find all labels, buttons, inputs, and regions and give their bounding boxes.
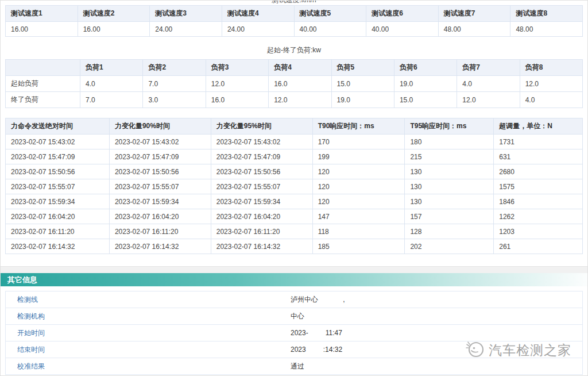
speed-table-title-text: 测试速度:km/h <box>272 1 316 4</box>
column-header: 测试速度2 <box>78 6 150 22</box>
cell: 7.0 <box>80 92 143 108</box>
info-value: 通过 <box>291 362 304 371</box>
cell: 16.0 <box>269 76 331 92</box>
cell: 4.0 <box>457 76 520 92</box>
cell: 19.0 <box>394 76 457 92</box>
cell: 215 <box>405 149 494 164</box>
info-label: 开始时间 <box>6 328 291 338</box>
cell: 2023-02-07 15:50:56 <box>109 164 211 179</box>
cell: 202 <box>405 239 494 254</box>
cell: 170 <box>312 135 405 149</box>
cell: 2023-02-07 15:59:34 <box>211 194 312 209</box>
column-header: 负荷2 <box>143 60 206 76</box>
cell: 180 <box>405 135 494 149</box>
cell: 147 <box>312 209 405 224</box>
cell: 2023-02-07 16:11:20 <box>109 224 211 239</box>
cell: 2023-02-07 15:47:09 <box>6 149 110 164</box>
cell: 2023-02-07 15:43:02 <box>6 135 110 149</box>
column-header: 负荷7 <box>457 60 520 76</box>
cell: 2023-02-07 16:14:32 <box>6 239 110 254</box>
cell: 2023-02-07 15:50:56 <box>211 164 312 179</box>
corner-cell <box>6 60 80 76</box>
column-header: 测试速度3 <box>150 6 222 22</box>
cell: 7.0 <box>143 76 206 92</box>
column-header: 测试速度4 <box>222 6 294 22</box>
cell: 16.00 <box>6 22 78 37</box>
cell: 1846 <box>494 194 583 209</box>
column-header: 负荷1 <box>80 60 143 76</box>
cell: 1262 <box>494 209 583 224</box>
cell: 2023-02-07 15:55:07 <box>109 179 211 194</box>
cell: 1203 <box>494 224 583 239</box>
info-value: 泸州中心 , <box>291 295 345 305</box>
response-time-table: 力命令发送绝对时间 力变化量90%时间 力变化量95%时间 T90响应时间：ms… <box>5 118 583 254</box>
cell: 2023-02-07 15:43:02 <box>109 135 211 149</box>
cell: 1575 <box>494 179 583 194</box>
cell: 120 <box>312 194 405 209</box>
table-row: 16.00 16.00 24.00 24.00 40.00 40.00 48.0… <box>6 22 583 37</box>
cell: 12.0 <box>457 92 520 108</box>
column-header: 力变化量90%时间 <box>109 118 211 135</box>
column-header: 测试速度1 <box>6 6 78 22</box>
column-header: 力变化量95%时间 <box>211 118 312 135</box>
table-row: 2023-02-07 15:47:09 2023-02-07 15:47:09 … <box>6 149 583 164</box>
column-header: 测试速度6 <box>366 6 439 22</box>
cell: 130 <box>405 194 494 209</box>
watermark: 汽车检测之家 <box>464 339 571 362</box>
cell: 2023-02-07 16:11:20 <box>6 224 110 239</box>
cell: 19.0 <box>331 92 394 108</box>
cell: 199 <box>312 149 405 164</box>
table-row: 起始负荷 4.0 7.0 12.0 16.0 15.0 19.0 4.0 12.… <box>6 76 583 92</box>
cell: 2023-02-07 16:04:20 <box>211 209 312 224</box>
table-header-row: 负荷1 负荷2 负荷3 负荷4 负荷5 负荷6 负荷7 负荷8 <box>6 60 583 76</box>
cell: 16.0 <box>206 92 268 108</box>
chick-logo-icon <box>464 339 485 362</box>
cell: 2023-02-07 16:04:20 <box>109 209 211 224</box>
cell: 15.0 <box>331 76 394 92</box>
cell: 2023-02-07 15:59:34 <box>6 194 110 209</box>
cell: 2023-02-07 16:11:20 <box>211 224 312 239</box>
cell: 2023-02-07 16:04:20 <box>6 209 110 224</box>
cell: 24.00 <box>150 22 222 37</box>
info-value: 中心 <box>291 312 304 321</box>
cell: 2023-02-07 15:55:07 <box>211 179 312 194</box>
table-row: 2023-02-07 16:11:20 2023-02-07 16:11:20 … <box>6 224 583 239</box>
cell: 2023-02-07 15:50:56 <box>6 164 110 179</box>
section-separator <box>1 266 587 273</box>
table-row: 2023-02-07 15:59:34 2023-02-07 15:59:34 … <box>6 194 583 209</box>
info-value: 2023 :14:32 <box>291 346 342 354</box>
load-table: 负荷1 负荷2 负荷3 负荷4 负荷5 负荷6 负荷7 负荷8 起始负荷 4.0… <box>5 59 583 108</box>
column-header: 负荷5 <box>331 60 394 76</box>
table-row: 2023-02-07 16:04:20 2023-02-07 16:04:20 … <box>6 209 583 224</box>
cell: 2023-02-07 16:14:32 <box>109 239 211 254</box>
table-row: 2023-02-07 15:55:07 2023-02-07 15:55:07 … <box>6 179 583 194</box>
cell: 1731 <box>494 135 583 149</box>
table-row: 终了负荷 7.0 3.0 16.0 12.0 19.0 15.0 12.0 4.… <box>6 92 583 108</box>
row-label: 终了负荷 <box>6 92 80 108</box>
watermark-text: 汽车检测之家 <box>489 342 571 359</box>
cell: 261 <box>494 239 583 254</box>
list-item: 检测线 泸州中心 , <box>6 291 582 308</box>
cell: 120 <box>312 164 405 179</box>
cell: 4.0 <box>80 76 143 92</box>
table-header-row: 测试速度1 测试速度2 测试速度3 测试速度4 测试速度5 测试速度6 测试速度… <box>6 6 583 22</box>
cell: 2023-02-07 15:59:34 <box>109 194 211 209</box>
cell: 40.00 <box>366 22 439 37</box>
cell: 12.0 <box>520 76 582 92</box>
cell: 48.00 <box>510 22 583 37</box>
cell: 120 <box>312 179 405 194</box>
cell: 2680 <box>494 164 583 179</box>
report-page: { "t1": { "title": "测试速度:km/h", "headers… <box>0 0 588 376</box>
cell: 15.0 <box>394 92 457 108</box>
info-label: 检测线 <box>6 295 291 305</box>
speed-table: 测试速度1 测试速度2 测试速度3 测试速度4 测试速度5 测试速度6 测试速度… <box>5 5 583 37</box>
cell: 157 <box>405 209 494 224</box>
column-header: 负荷4 <box>269 60 331 76</box>
column-header: 力命令发送绝对时间 <box>6 118 110 135</box>
cell: 16.00 <box>78 22 150 37</box>
column-header: 负荷8 <box>520 60 582 76</box>
column-header: T95响应时间：ms <box>405 118 494 135</box>
cell: 130 <box>405 164 494 179</box>
cell: 24.00 <box>222 22 294 37</box>
cell: 12.0 <box>206 76 268 92</box>
